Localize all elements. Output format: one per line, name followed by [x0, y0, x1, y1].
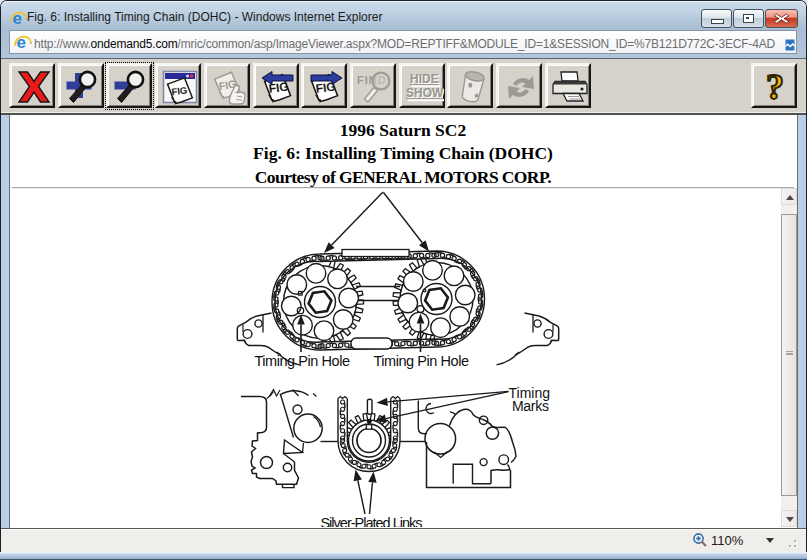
svg-text:e: e — [16, 33, 25, 51]
svg-text:Timing Pin Hole: Timing Pin Hole — [373, 353, 468, 369]
svg-text:HIDE: HIDE — [410, 72, 439, 86]
svg-text:Silver-Plated Links: Silver-Plated Links — [320, 515, 422, 528]
svg-text:SHOW: SHOW — [406, 86, 444, 100]
svg-text:FIG: FIG — [171, 84, 188, 97]
svg-text:e: e — [12, 9, 21, 27]
svg-text:?: ? — [766, 68, 784, 107]
svg-text:Timing Pin Hole: Timing Pin Hole — [254, 353, 349, 369]
svg-text:Marks: Marks — [512, 398, 549, 414]
